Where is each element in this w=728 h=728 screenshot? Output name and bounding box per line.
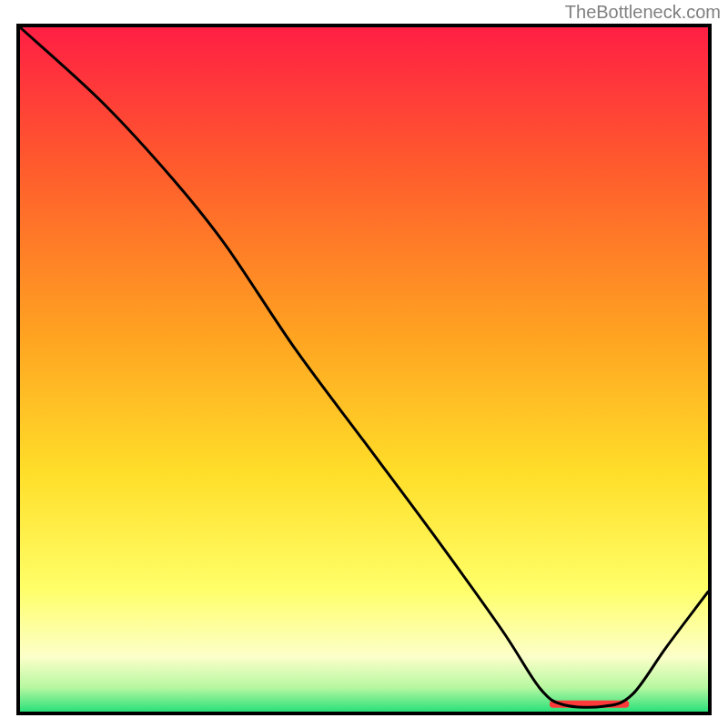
plot-area [16, 24, 712, 715]
gradient-background [20, 27, 708, 712]
chart-container: TheBottleneck.com [0, 0, 728, 728]
attribution-text: TheBottleneck.com [565, 2, 721, 23]
plot-svg [16, 24, 712, 715]
